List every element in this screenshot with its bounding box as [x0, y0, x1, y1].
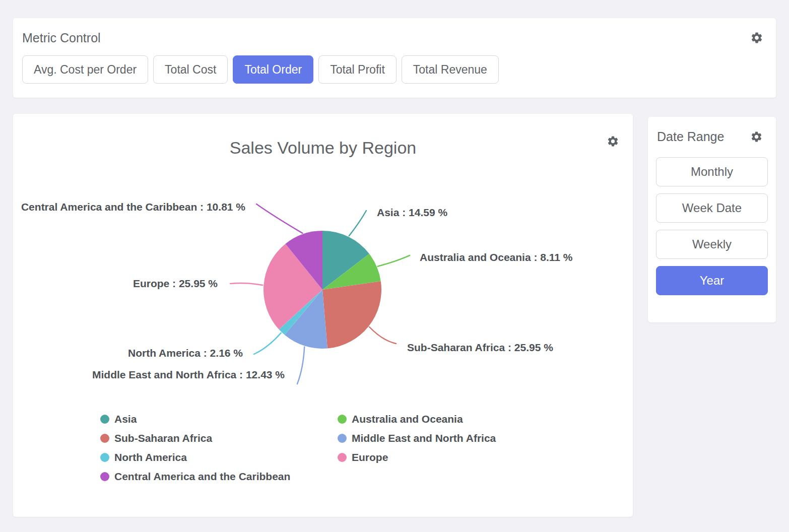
date-range-button-year[interactable]: Year — [656, 266, 768, 295]
legend-item-north-america[interactable]: North America — [100, 451, 338, 463]
metric-button-group: Avg. Cost per Order Total Cost Total Ord… — [13, 45, 776, 84]
legend-dot-australia-and-oceania — [338, 415, 347, 424]
legend-label: Asia — [114, 413, 137, 425]
metric-button-total-order[interactable]: Total Order — [233, 55, 313, 84]
pie-slice-label-central-america-and-the-caribbean: Central America and the Caribbean : 10.8… — [21, 201, 245, 214]
pie-slice-sub-saharan-africa[interactable] — [322, 281, 381, 348]
legend-item-middle-east-and-north-africa[interactable]: Middle East and North Africa — [338, 432, 496, 444]
legend-label: Australia and Oceania — [352, 413, 463, 425]
legend-dot-north-america — [100, 453, 109, 462]
legend-dot-europe — [338, 453, 347, 462]
legend-item-europe[interactable]: Europe — [338, 451, 496, 463]
legend-item-australia-and-oceania[interactable]: Australia and Oceania — [338, 413, 496, 425]
pie-slice-label-asia: Asia : 14.59 % — [377, 206, 447, 219]
metric-button-avg-cost-per-order[interactable]: Avg. Cost per Order — [22, 55, 148, 84]
legend-item-central-america-and-the-caribbean[interactable]: Central America and the Caribbean — [100, 471, 338, 483]
chart-legend: AsiaSub-Saharan AfricaNorth AmericaCentr… — [100, 410, 496, 486]
legend-item-asia[interactable]: Asia — [100, 413, 338, 425]
legend-label: Sub-Saharan Africa — [114, 432, 212, 444]
legend-dot-central-america-and-the-caribbean — [100, 472, 109, 481]
pie-leader-line-middle-east-and-north-africa — [297, 347, 304, 384]
pie-leader-line-sub-saharan-africa — [369, 327, 396, 344]
pie-leader-line-central-america-and-the-caribbean — [256, 204, 302, 233]
settings-gear-icon[interactable] — [750, 31, 763, 44]
pie-slice-label-sub-saharan-africa: Sub-Saharan Africa : 25.95 % — [407, 341, 553, 354]
legend-dot-sub-saharan-africa — [100, 434, 109, 443]
legend-item-sub-saharan-africa[interactable]: Sub-Saharan Africa — [100, 432, 338, 444]
date-range-button-week-date[interactable]: Week Date — [656, 193, 768, 223]
pie-slice-label-europe: Europe : 25.95 % — [133, 277, 218, 290]
date-range-title: Date Range — [657, 129, 724, 144]
metric-button-total-profit[interactable]: Total Profit — [318, 55, 397, 84]
metric-button-total-cost[interactable]: Total Cost — [153, 55, 228, 84]
settings-gear-icon[interactable] — [750, 130, 763, 143]
metric-control-title: Metric Control — [22, 30, 101, 45]
pie-leader-line-asia — [349, 211, 366, 236]
metric-button-total-revenue[interactable]: Total Revenue — [402, 55, 499, 84]
pie-leader-line-europe — [230, 283, 262, 285]
legend-label: Europe — [352, 451, 388, 463]
legend-dot-asia — [100, 415, 109, 424]
legend-label: Middle East and North Africa — [352, 432, 496, 444]
pie-slice-label-north-america: North America : 2.16 % — [128, 347, 243, 360]
legend-label: North America — [114, 451, 187, 463]
date-range-panel: Date Range Monthly Week Date Weekly Year — [648, 117, 776, 322]
legend-dot-middle-east-and-north-africa — [338, 434, 347, 443]
pie-leader-line-australia-and-oceania — [378, 255, 410, 267]
date-range-button-monthly[interactable]: Monthly — [656, 157, 768, 186]
metric-control-panel: Metric Control Avg. Cost per Order Total… — [13, 18, 776, 98]
pie-slice-label-australia-and-oceania: Australia and Oceania : 8.11 % — [420, 251, 572, 264]
pie-leader-line-north-america — [254, 333, 281, 354]
date-range-button-group: Monthly Week Date Weekly Year — [648, 144, 776, 302]
pie-slice-label-middle-east-and-north-africa: Middle East and North Africa : 12.43 % — [92, 368, 285, 381]
sales-volume-chart-panel: Sales Volume by Region Asia : 14.59 %Aus… — [13, 114, 633, 517]
date-range-button-weekly[interactable]: Weekly — [656, 230, 768, 259]
legend-label: Central America and the Caribbean — [114, 471, 290, 483]
